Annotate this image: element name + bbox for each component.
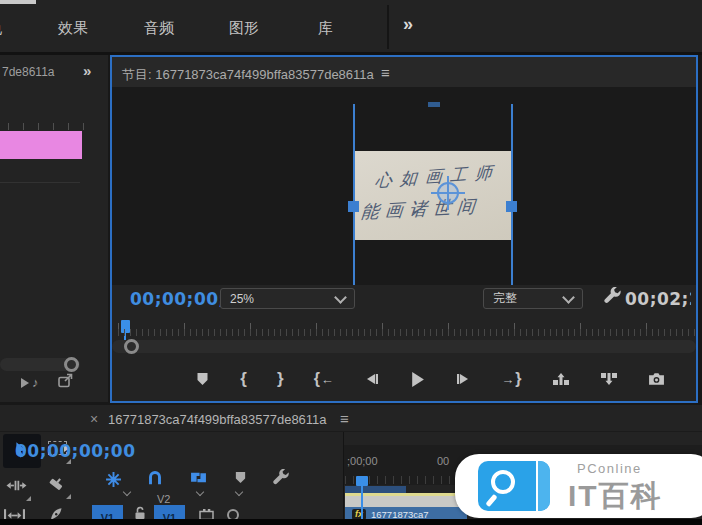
magnifier-handle: [485, 494, 497, 507]
timeline-settings-wrench-icon[interactable]: [272, 469, 290, 487]
logo-page-edge: [536, 461, 550, 511]
export-frame-icon[interactable]: [58, 373, 74, 388]
transform-edge-right[interactable]: [511, 104, 513, 285]
transport-controls: { } { ← → }: [195, 359, 665, 399]
timeline-tab-divider: [0, 431, 702, 432]
sequence-tab-close-icon[interactable]: ×: [90, 411, 98, 427]
flyout-chevron-down-icon[interactable]: [235, 488, 243, 496]
source-panel-overflow-icon[interactable]: »: [83, 62, 91, 79]
transform-handle-right[interactable]: [506, 201, 517, 212]
go-to-in-button[interactable]: { ←: [314, 370, 334, 388]
magnifier-icon: [491, 470, 515, 494]
source-monitor-panel: 7de8611a » ♪: [0, 55, 108, 402]
export-frame-camera-button[interactable]: [648, 372, 665, 386]
zoom-level-select[interactable]: 25%: [220, 288, 355, 309]
work-area-bar[interactable]: [345, 486, 406, 493]
program-ruler-minor-ticks[interactable]: [118, 329, 696, 336]
ruler-label-next: 00: [437, 455, 449, 467]
source-waveform-bar[interactable]: [0, 131, 82, 159]
playback-resolution-value: 完整: [493, 290, 517, 307]
program-scrollbar[interactable]: [112, 340, 696, 353]
program-monitor-panel: 节目: 16771873ca74f499bffa83577de8611a ≡ 心…: [110, 55, 698, 403]
play-audio-only-icon[interactable]: ♪: [20, 375, 39, 390]
transform-handle-left[interactable]: [348, 201, 359, 212]
tab-partial[interactable]: 色: [0, 19, 2, 38]
anchor-cross-v: [447, 176, 449, 210]
brace-glyph: {: [314, 370, 320, 388]
window-edge-strip: [0, 0, 36, 4]
sequence-menu-icon[interactable]: ≡: [340, 410, 349, 427]
tab-audio[interactable]: 音频: [144, 19, 174, 38]
chevron-down-icon: [334, 291, 347, 304]
go-to-out-button[interactable]: → }: [501, 370, 521, 388]
watermark-brand: PConline: [577, 461, 642, 476]
tab-libraries[interactable]: 库: [318, 19, 333, 38]
source-panel-title[interactable]: 7de8611a: [2, 65, 55, 79]
program-panel-title: 节目: 16771873ca74f499bffa83577de8611a: [122, 66, 374, 84]
mark-in-button[interactable]: {: [240, 369, 247, 389]
source-scrollbar-handle[interactable]: [64, 357, 79, 372]
tab-overflow-icon[interactable]: »: [403, 14, 413, 35]
insert-overwrite-nest-toggle[interactable]: [105, 471, 122, 488]
program-total-timecode[interactable]: 00;02;27: [625, 289, 691, 309]
add-marker-button[interactable]: [195, 372, 210, 386]
program-scrollbar-handle[interactable]: [124, 339, 139, 354]
ripple-edit-tool[interactable]: [6, 478, 27, 493]
flyout-chevron-down-icon[interactable]: [196, 488, 204, 496]
tool-flyout-indicator: [66, 494, 71, 499]
tabbar-divider: [387, 5, 389, 49]
razor-tool[interactable]: [48, 475, 65, 492]
settings-wrench-icon[interactable]: [603, 287, 622, 306]
program-total-timecode-clip: 00;02;27: [625, 289, 691, 311]
step-back-button[interactable]: [364, 372, 380, 386]
bottom-edge-strip: [0, 519, 702, 525]
transform-handle-top[interactable]: [428, 102, 440, 107]
zoom-level-value: 25%: [230, 292, 254, 306]
flyout-chevron-down-icon[interactable]: [123, 488, 131, 496]
track-lock-icon[interactable]: [133, 506, 147, 520]
arrow-left-glyph: ←: [321, 372, 334, 387]
watermark-badge: PConline IT百科: [455, 454, 702, 518]
timeline-add-marker-button[interactable]: [234, 471, 247, 484]
lift-button[interactable]: [552, 372, 570, 386]
video-frame[interactable]: 心如画工师 能画诸世间: [355, 151, 511, 240]
tab-effects[interactable]: 效果: [58, 19, 88, 38]
timeline-timecode[interactable]: 00;00;00;00: [15, 441, 136, 461]
brace-glyph: }: [515, 370, 521, 388]
playback-resolution-select[interactable]: 完整: [483, 288, 583, 309]
linked-selection-toggle[interactable]: [190, 470, 207, 485]
timeline-playhead[interactable]: [356, 476, 368, 486]
program-preview-viewport[interactable]: 心如画工师 能画诸世间: [112, 87, 696, 285]
watermark-logo-tile: [478, 461, 550, 511]
snap-magnet-toggle[interactable]: [146, 469, 164, 486]
ruler-label-start: ;00;00: [347, 455, 378, 467]
sequence-tab-title[interactable]: 16771873ca74f499bffa83577de8611a: [108, 412, 327, 427]
chevron-down-icon: [562, 291, 575, 304]
video-clip-selected[interactable]: [345, 496, 467, 507]
tool-flyout-indicator: [26, 496, 31, 501]
watermark-title: IT百科: [568, 476, 663, 517]
workspace-tab-bar: 色 效果 音频 图形 库 »: [0, 0, 702, 55]
track-v2-label: V2: [157, 493, 170, 505]
arrow-right-glyph: →: [501, 372, 514, 387]
step-forward-button[interactable]: [455, 372, 471, 386]
tab-graphics[interactable]: 图形: [229, 19, 259, 38]
source-ruler-ticks: [8, 123, 86, 130]
extract-button[interactable]: [600, 372, 618, 386]
timeline-playhead-stem: [361, 486, 363, 522]
panel-menu-icon[interactable]: ≡: [381, 64, 390, 81]
source-divider: [0, 182, 80, 183]
program-panel-header: 节目: 16771873ca74f499bffa83577de8611a ≡: [112, 57, 696, 87]
note-glyph: ♪: [32, 375, 39, 390]
video-text-line2: 能画诸世间: [360, 194, 482, 224]
mark-out-button[interactable]: }: [277, 369, 284, 389]
play-button[interactable]: [410, 371, 425, 388]
